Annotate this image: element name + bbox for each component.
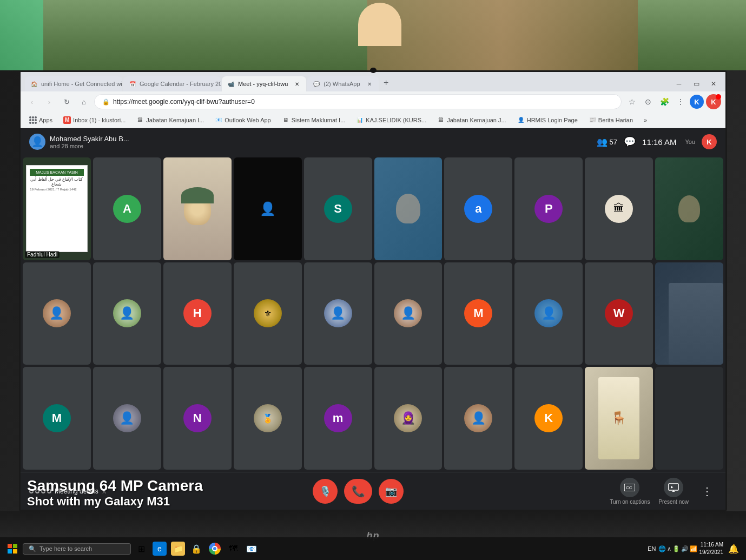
photo-avatar-22: 👤 — [113, 404, 141, 432]
tab-unifi[interactable]: 🏠 unifi Home - Get Connected wit... ✕ — [25, 76, 122, 91]
apps-grid-icon — [29, 116, 37, 124]
jabatan2-icon: 🏛 — [437, 116, 445, 124]
person-in-room — [358, 3, 401, 46]
avatar-m: m — [324, 404, 352, 432]
room-29: 🪑 — [598, 377, 639, 459]
minimize-button[interactable]: ─ — [671, 78, 686, 89]
more-options-button[interactable]: ⋮ — [697, 482, 717, 501]
avatar-K-amber: K — [534, 404, 563, 432]
tab-whatsapp[interactable]: 💬 (2) WhatsApp ✕ — [307, 76, 378, 91]
meet-header: 👤 Mohamed Syakir Abu B... and 28 more 👥 … — [21, 128, 725, 155]
chevron-up-icon[interactable]: ∧ — [667, 545, 671, 552]
bookmark-sistem[interactable]: 🖥 Sistem Maklumat I... — [278, 114, 350, 126]
chat-button[interactable]: 💬 — [624, 136, 636, 148]
bookmark-jabatan2[interactable]: 🏛 Jabatan Kemajuan J... — [433, 114, 510, 126]
edge-button[interactable]: e — [151, 541, 168, 557]
svg-text:▶: ▶ — [671, 485, 674, 489]
avatar-N: N — [183, 404, 212, 432]
camera-button[interactable]: 📷 — [379, 479, 404, 504]
host-name: Mohamed Syakir Abu B... — [50, 135, 129, 143]
video-29: 🪑 — [585, 367, 653, 470]
maximize-button[interactable]: ▭ — [689, 78, 704, 89]
new-tab-button[interactable]: + — [380, 76, 393, 89]
extension-icon[interactable]: 🧩 — [657, 95, 671, 109]
tile-3 — [163, 157, 232, 260]
notification-button[interactable]: 🔔 — [725, 541, 742, 557]
screenshot-icon[interactable]: ⊙ — [641, 95, 655, 109]
tile-9: 🏛 — [585, 157, 653, 260]
photo-avatar-27: 👤 — [464, 404, 492, 432]
bookmark-jabatan1[interactable]: 🏛 Jabatan Kemajuan I... — [132, 114, 208, 126]
person-face — [184, 193, 211, 225]
jabatan-icon: 🏛 — [136, 116, 144, 124]
chrome-button[interactable] — [207, 541, 223, 557]
tab-favicon-whatsapp: 💬 — [313, 80, 320, 88]
chrome-icon — [209, 543, 221, 555]
gmail-icon: M — [63, 116, 71, 124]
video-10 — [655, 157, 723, 260]
bookmark-inbox[interactable]: M Inbox (1) - klustori... — [59, 114, 130, 126]
avatar-S: S — [324, 195, 352, 223]
tile-19: W — [585, 262, 653, 365]
bookmark-berita[interactable]: 📰 Berita Harian — [584, 114, 637, 126]
person-10 — [678, 195, 700, 222]
slide-arabic: كتاب الإقناع في حل ألفاظ أبي شجاع — [30, 177, 83, 187]
hijab — [181, 187, 214, 203]
start-button[interactable] — [4, 541, 21, 557]
tab-label-calendar: Google Calendar - February 2021 — [140, 81, 221, 87]
taskbar-search[interactable]: 🔍 Type here to search — [23, 543, 131, 555]
tab-close-whatsapp[interactable]: ✕ — [366, 80, 373, 88]
back-button[interactable]: ‹ — [25, 95, 39, 109]
current-user-avatar[interactable]: K — [702, 134, 717, 149]
address-input[interactable]: 🔒 https://meet.google.com/yyq-clif-bwu?a… — [94, 94, 622, 109]
bookmark-hrmis[interactable]: 👤 HRMIS Login Page — [513, 114, 582, 126]
end-call-button[interactable]: 📞 — [344, 479, 372, 504]
taskbar-datetime[interactable]: 11:16 AM 19/2/2021 — [699, 541, 724, 556]
tab-calendar[interactable]: 📅 Google Calendar - February 2021 ✕ — [123, 76, 221, 91]
lock-button[interactable]: 🔒 — [188, 541, 204, 557]
present-now-button[interactable]: ▶ Present now — [658, 478, 689, 505]
tile-5: S — [304, 157, 372, 260]
bookmark-outlook[interactable]: 📧 Outlook Web App — [210, 114, 275, 126]
tab-favicon-unifi: 🏠 — [30, 80, 38, 88]
host-subtitle: and 28 more — [50, 143, 129, 149]
room-icon-29: 🪑 — [611, 411, 627, 426]
user-initial: K — [707, 138, 711, 146]
berita-label: Berita Harian — [598, 117, 633, 123]
forward-button[interactable]: › — [42, 95, 56, 109]
tab-close-meet[interactable]: ✕ — [293, 80, 301, 88]
person-silhouette-6 — [396, 194, 420, 223]
tile-4: 👤 — [234, 157, 302, 260]
tile-12: 👤 — [93, 262, 161, 365]
home-button[interactable]: ⌂ — [77, 95, 91, 109]
inbox-label: Inbox (1) - klustori... — [73, 117, 126, 123]
tile-15: 👤 — [304, 262, 372, 365]
photo-avatar-16: 👤 — [394, 299, 422, 327]
apps-label: Apps — [39, 117, 52, 123]
refresh-button[interactable]: ↻ — [60, 95, 74, 109]
maps-button[interactable]: 🗺 — [225, 541, 241, 557]
captions-button[interactable]: CC Turn on captions — [610, 478, 650, 505]
task-view-button[interactable]: ⊞ — [133, 541, 149, 557]
tile-30 — [655, 367, 723, 470]
address-text[interactable]: https://meet.google.com/yyq-clif-bwu?aut… — [113, 98, 613, 106]
watermark-line1: Samsung 64 MP Camera — [27, 477, 203, 495]
bookmark-icon[interactable]: ☆ — [625, 95, 639, 109]
bookmark-kajselidik[interactable]: 📊 KAJ.SELIDIK (KURS... — [352, 114, 431, 126]
mail-button[interactable]: 📧 — [243, 541, 260, 557]
bookshelf — [367, 0, 638, 70]
hrmis-label: HRMIS Login Page — [527, 117, 578, 123]
bookmark-more[interactable]: » — [639, 114, 651, 126]
bottom-right-controls: CC Turn on captions ▶ — [610, 478, 717, 505]
profile-button[interactable]: K — [690, 95, 704, 109]
file-explorer-button[interactable]: 📁 — [170, 541, 186, 557]
participants-button[interactable]: 👥 57 — [597, 137, 617, 147]
bookmark-apps[interactable]: Apps — [25, 114, 57, 126]
tab-meet[interactable]: 📹 Meet - yyq-clif-bwu ✕ — [222, 76, 306, 91]
close-button[interactable]: ✕ — [706, 78, 721, 89]
mute-button[interactable]: 🎙️ — [313, 479, 338, 504]
host-avatar: 👤 — [29, 134, 45, 150]
tile-8: P — [514, 157, 583, 260]
settings-icon[interactable]: ⋮ — [674, 95, 688, 109]
present-now-label: Present now — [658, 499, 689, 505]
